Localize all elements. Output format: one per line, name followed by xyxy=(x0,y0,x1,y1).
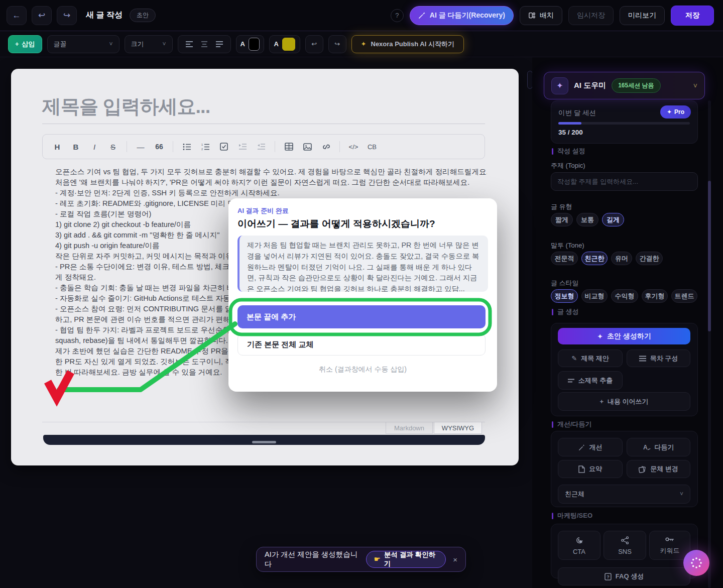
length-option-long[interactable]: 길게 xyxy=(602,213,624,226)
align-justify-icon[interactable] xyxy=(215,41,223,48)
tone-option-professional[interactable]: 전문적 xyxy=(551,252,578,265)
tone-option-humor[interactable]: 유머 xyxy=(611,252,632,265)
pill-label: 보통 xyxy=(581,215,594,224)
section-label: 글 생성 xyxy=(557,307,579,316)
pages-icon xyxy=(639,465,646,473)
save-button[interactable]: 저장 xyxy=(671,6,714,26)
improve-button[interactable]: 개선 xyxy=(558,438,623,456)
key-icon xyxy=(665,535,675,543)
help-button[interactable]: ? xyxy=(391,9,404,22)
pill-label: 수익형 xyxy=(615,292,635,301)
outdent-icon[interactable] xyxy=(254,139,269,155)
style-option-review[interactable]: 후기형 xyxy=(642,289,668,303)
append-to-body-button[interactable]: 본문 끝에 추가 xyxy=(237,305,486,328)
italic-button[interactable]: I xyxy=(87,139,102,155)
editor-title-placeholder[interactable]: 제목을 입력하세요... xyxy=(42,94,210,120)
title-suggest-button[interactable]: ✎ 제목 제안 xyxy=(558,349,623,367)
highlight-color-button[interactable]: A xyxy=(269,35,300,53)
outline-button[interactable]: 목차 구성 xyxy=(627,349,690,367)
redo-icon: ↪ xyxy=(334,40,340,48)
help-icon: ? xyxy=(395,12,399,19)
indent-icon[interactable] xyxy=(235,139,250,155)
sns-button[interactable]: SNS xyxy=(604,531,646,560)
style-change-button[interactable]: 문체 변경 xyxy=(627,460,690,478)
style-option-comparison[interactable]: 비교형 xyxy=(581,289,608,303)
layout-button[interactable]: 배치 xyxy=(520,6,562,25)
collapse-chevron-icon[interactable]: ˅ xyxy=(693,82,697,90)
align-left-icon[interactable] xyxy=(185,41,193,48)
replace-body-button[interactable]: 기존 본문 전체 교체 xyxy=(237,333,486,356)
view-analysis-button[interactable]: ☛ 분석 결과 확인하기 xyxy=(366,551,446,568)
toolbar-redo-button[interactable]: ↪ xyxy=(328,35,346,53)
code-block-button[interactable]: CB xyxy=(365,139,380,155)
continue-writing-button[interactable]: + 내용 이어쓰기 xyxy=(558,392,690,411)
inline-code-button[interactable]: </> xyxy=(346,139,361,155)
spinner-dots-icon xyxy=(690,556,703,569)
result-preview-quote: 제가 처음 팀 협업할 때는 브랜치 관리도 못하고, PR 한 번에 너무 많… xyxy=(237,236,488,292)
back-button[interactable]: ← xyxy=(7,6,27,25)
undo-button[interactable]: ↩ xyxy=(32,6,52,25)
action-label: 분석 결과 확인하기 xyxy=(384,550,438,568)
ordered-list-button[interactable]: 12 xyxy=(198,139,213,155)
text-color-button[interactable]: A xyxy=(236,35,264,53)
font-size-select[interactable]: 크기 ˅ xyxy=(125,35,173,53)
nexora-publish-ai-button[interactable]: ✦ Nexora Publish AI 시작하기 xyxy=(351,35,464,53)
redo-button[interactable]: ↪ xyxy=(57,6,77,25)
resize-handle[interactable] xyxy=(252,441,276,443)
magic-wand-icon xyxy=(578,444,585,451)
toast-message: AI가 개선 제안을 생성했습니다 xyxy=(265,550,359,569)
checklist-button[interactable] xyxy=(216,139,231,155)
style-option-trend[interactable]: 트렌드 xyxy=(671,289,697,303)
tab-wysiwyg[interactable]: WYSIWYG xyxy=(434,422,482,434)
sidebar-scrollbar-thumb[interactable] xyxy=(708,181,711,331)
topic-input[interactable] xyxy=(551,172,698,191)
back-icon: ← xyxy=(13,11,21,21)
chevron-down-icon: ˅ xyxy=(109,41,113,48)
toast-close-icon[interactable]: × xyxy=(453,555,457,564)
table-button[interactable] xyxy=(281,139,296,155)
subheading-extract-button[interactable]: 소제목 추출 xyxy=(558,371,623,390)
section-improve: 개선/다듬기 xyxy=(552,420,592,429)
style-option-revenue[interactable]: 수익형 xyxy=(611,289,638,303)
preview-button[interactable]: 미리보기 xyxy=(620,6,665,25)
bold-button[interactable]: B xyxy=(68,139,83,155)
refine-button[interactable]: A 다듬기 xyxy=(627,438,690,456)
summary-button[interactable]: 요약 xyxy=(558,460,623,478)
length-option-short[interactable]: 짧게 xyxy=(551,213,573,226)
link-button[interactable] xyxy=(318,139,333,155)
blockquote-button[interactable]: 66 xyxy=(152,139,167,155)
faq-generate-button[interactable]: ? FAQ 생성 xyxy=(558,567,690,585)
pill-label: 길게 xyxy=(607,215,620,224)
tone-option-friendly[interactable]: 친근한 xyxy=(581,252,608,265)
tab-markdown[interactable]: Markdown xyxy=(386,422,433,434)
style-option-informative[interactable]: 정보형 xyxy=(551,289,578,303)
toolbar-separator xyxy=(275,141,275,152)
heading-button[interactable]: H xyxy=(50,139,65,155)
cta-button[interactable]: CTA xyxy=(558,531,600,560)
strikethrough-button[interactable]: S xyxy=(105,139,120,155)
tone-style-select[interactable]: 친근체 ˅ xyxy=(558,485,690,504)
ai-refine-recovery-button[interactable]: AI 글 다듬기(Recovery) xyxy=(410,6,514,25)
bullet-list-button[interactable] xyxy=(179,139,194,155)
size-select-label: 크기 xyxy=(131,40,144,49)
button-label: 기존 본문 전체 교체 xyxy=(247,340,314,349)
length-option-normal[interactable]: 보통 xyxy=(576,213,598,226)
svg-text:2: 2 xyxy=(201,148,203,151)
save-label: 저장 xyxy=(685,11,699,20)
horizontal-rule-button[interactable]: — xyxy=(133,139,148,155)
pro-upgrade-button[interactable]: ✦ Pro xyxy=(660,105,691,119)
temp-save-button[interactable]: 임시저장 xyxy=(568,6,614,25)
align-center-icon[interactable] xyxy=(200,41,208,48)
pill-label: 유머 xyxy=(615,254,628,263)
font-family-select[interactable]: 글꼴 ˅ xyxy=(47,35,119,53)
image-button[interactable] xyxy=(300,139,315,155)
toolbar-undo-button[interactable]: ↩ xyxy=(305,35,323,53)
tone-option-concise[interactable]: 간결한 xyxy=(636,252,663,265)
insert-button[interactable]: + 삽입 xyxy=(8,35,42,53)
cancel-button[interactable]: 취소 (결과창에서 수동 삽입) xyxy=(228,365,497,374)
ai-floating-action-button[interactable] xyxy=(683,550,709,576)
generate-draft-button[interactable]: ✦ 초안 생성하기 xyxy=(558,328,690,344)
ai-assistant-header[interactable]: ✦ AI 도우미 165세션 남음 ˅ xyxy=(544,72,705,99)
sidebar-scrollbar[interactable] xyxy=(708,100,711,588)
keyword-button[interactable]: 키워드 xyxy=(649,531,690,560)
